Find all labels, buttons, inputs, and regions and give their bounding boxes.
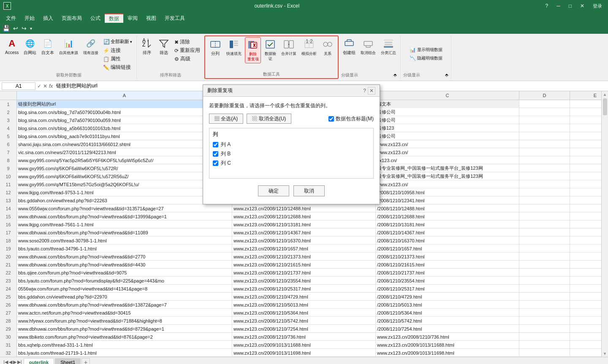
web-btn[interactable]: 🌐 自网站: [22, 36, 38, 57]
cell-3-d[interactable]: [519, 116, 570, 124]
flash-fill-btn[interactable]: 快速填充: [225, 37, 243, 57]
cell-25-c[interactable]: /2008/1210/4729.html: [376, 293, 519, 301]
cell-12-d[interactable]: [519, 188, 570, 196]
connections-btn[interactable]: ⚡ 连接: [102, 46, 134, 54]
maximize-btn[interactable]: □: [566, 3, 574, 9]
hide-detail-btn[interactable]: 📉 隐藏明细数据: [408, 55, 444, 62]
cell-19-d[interactable]: [519, 244, 570, 253]
remove-duplicates-btn[interactable]: 删除重复项: [245, 37, 261, 63]
cell-8-d[interactable]: [519, 156, 570, 164]
cell-28-d[interactable]: [519, 317, 570, 325]
sheet-tab-outerlink[interactable]: outerlink: [24, 358, 54, 364]
sort-btn[interactable]: A Z ↓ 排序: [139, 36, 155, 57]
cell-31-e[interactable]: [570, 341, 601, 349]
other-sources-btn[interactable]: 📊 自其他来源: [57, 36, 80, 57]
tab-view[interactable]: 视图: [142, 14, 160, 23]
cell-7-c[interactable]: www.zx123.cn/: [376, 148, 519, 156]
cell-7-d[interactable]: [519, 148, 570, 156]
cell-13-e[interactable]: [570, 196, 601, 204]
cell-22-c[interactable]: /2008/1210/21737.html: [376, 269, 519, 277]
name-box[interactable]: [2, 82, 35, 90]
cell-17-e[interactable]: [570, 228, 601, 236]
col-b-checkbox[interactable]: [213, 151, 218, 157]
cell-17-d[interactable]: [519, 228, 570, 236]
cell-20-b[interactable]: www.zx123.cn/2008/1210/21373.html: [232, 253, 376, 261]
cell-9-c[interactable]: 最专业装修网_中国装修一站式服务平台_装修123网: [376, 164, 519, 172]
col-a-checkbox[interactable]: [213, 142, 218, 147]
cell-15-a[interactable]: www.dbhuwai.com/bbs/forum.php?mod=viewth…: [17, 212, 232, 220]
cell-3-a[interactable]: blog.sina.com.cn/s/blog_7d7a50790100u059…: [17, 116, 232, 124]
cell-18-e[interactable]: [570, 236, 601, 244]
cell-4-e[interactable]: [570, 124, 601, 132]
show-detail-btn[interactable]: 📊 显示明细数据: [408, 46, 444, 53]
sheet-scroll-right[interactable]: ▶: [13, 359, 16, 364]
cell-6-c[interactable]: www.zx123.cn/: [376, 140, 519, 148]
cell-27-d[interactable]: [519, 309, 570, 317]
cell-26-a[interactable]: www.dbhuwai.com/bbs/forum.php?mod=viewth…: [17, 301, 232, 309]
cell-22-e[interactable]: [570, 269, 601, 277]
cell-5-d[interactable]: [519, 132, 570, 140]
show-expand[interactable]: ⬘: [445, 73, 448, 77]
cell-21-a[interactable]: www.dbhuwai.com/bbs/forum.php?mod=viewth…: [17, 261, 232, 269]
cancel-btn[interactable]: 取消: [293, 185, 325, 196]
cell-31-d[interactable]: [519, 341, 570, 349]
cell-2-e[interactable]: [570, 108, 601, 116]
cell-16-c[interactable]: /2008/1210/13181.html: [376, 220, 519, 228]
advanced-btn[interactable]: ⚙ 高级: [173, 55, 201, 63]
deselect-all-btn[interactable]: ▧ 取消全选(U): [247, 114, 291, 124]
subtotal-btn[interactable]: 分类汇总: [379, 36, 398, 57]
cell-4-c[interactable]: 装修123: [376, 124, 519, 132]
tab-formula[interactable]: 公式: [86, 14, 105, 23]
cell-13-d[interactable]: [519, 196, 570, 204]
cell-16-b[interactable]: www.zx123.cn/2008/1210/13181.html: [232, 220, 376, 228]
cell-4-d[interactable]: [519, 124, 570, 132]
cell-21-b[interactable]: www.zx123.cn/2008/1210/21615.html: [232, 261, 376, 269]
cell-30-b[interactable]: www.zx123.cn/2008/1210/736.html: [232, 333, 376, 341]
cell-24-b[interactable]: www.zx123.cn/2008/1210/25317.html: [232, 285, 376, 293]
cell-2-a[interactable]: blog.sina.com.cn/s/blog_7d7a50790100u04b…: [17, 108, 232, 116]
dialog-help-btn[interactable]: ?: [363, 88, 366, 94]
existing-conn-btn[interactable]: 🔗 现有连接: [81, 36, 100, 57]
cell-10-d[interactable]: [519, 172, 570, 180]
filter-btn[interactable]: 筛选: [156, 36, 171, 57]
cell-31-c[interactable]: www.zx123.cn/2009/1013/11688.html: [376, 341, 519, 349]
col-header-c[interactable]: C: [376, 91, 519, 100]
dialog-close-btn[interactable]: ✕: [368, 87, 375, 95]
has-header-checkbox[interactable]: [328, 116, 334, 122]
cell-30-c[interactable]: www.zx123.cn/2008/1210/736.html: [376, 333, 519, 341]
cell-18-d[interactable]: [519, 236, 570, 244]
more-quick-btn[interactable]: ▾: [29, 26, 33, 31]
close-btn[interactable]: ✕: [578, 3, 587, 9]
access-btn[interactable]: A Access: [3, 36, 20, 57]
cell-27-b[interactable]: www.zx123.cn/2008/1210/5364.html: [232, 309, 376, 317]
cell-12-a[interactable]: www.lkjpg.com/thread-9753-1-1.html: [17, 188, 232, 196]
cell-23-a[interactable]: bbs.lyauto.com/forum.php?mod=forumdispla…: [17, 277, 232, 285]
cell-20-e[interactable]: [570, 253, 601, 261]
cell-21-d[interactable]: [519, 261, 570, 269]
cell-32-d[interactable]: [519, 349, 570, 357]
cell-16-d[interactable]: [519, 220, 570, 228]
cell-10-e[interactable]: [570, 172, 601, 180]
v-scrollbar[interactable]: ▲ ▼: [601, 91, 608, 357]
cell-27-e[interactable]: [570, 309, 601, 317]
select-all-btn[interactable]: ▤ 全选(A): [209, 114, 243, 124]
cell-27-c[interactable]: /2008/1210/5364.html: [376, 309, 519, 317]
cell-32-c[interactable]: www.zx123.cn/2009/1013/11698.html: [376, 349, 519, 357]
edit-links-btn[interactable]: ✏️ 编辑链接: [102, 63, 134, 71]
cell-29-e[interactable]: [570, 325, 601, 333]
cell-14-e[interactable]: [570, 204, 601, 212]
cell-25-e[interactable]: [570, 293, 601, 301]
group-btn[interactable]: 创建组: [341, 36, 357, 57]
redo-btn[interactable]: ↪: [21, 25, 27, 32]
cell-11-d[interactable]: [519, 180, 570, 188]
cell-21-e[interactable]: [570, 261, 601, 269]
cell-32-e[interactable]: [570, 349, 601, 357]
cell-31-a[interactable]: bbs.xqhelp.com/thread-331-1-1.html: [17, 341, 232, 349]
cell-12-c[interactable]: /2008/1210/10958.html: [376, 188, 519, 196]
sheet-scroll-left[interactable]: ◀: [9, 359, 12, 364]
tab-layout[interactable]: 页面布局: [57, 14, 86, 23]
cell-11-e[interactable]: [570, 180, 601, 188]
cell-15-e[interactable]: [570, 212, 601, 220]
cell-26-e[interactable]: [570, 301, 601, 309]
cell-32-a[interactable]: bbs.lyauto.com/thread-21719-1-1.html: [17, 349, 232, 357]
